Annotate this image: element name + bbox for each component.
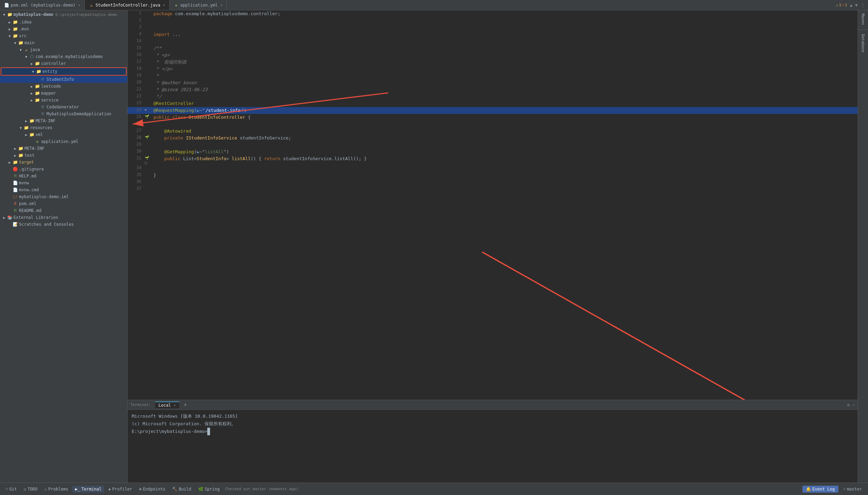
sidebar-item-applicationyml[interactable]: ◆ application.yml — [0, 138, 127, 145]
tab-application-close[interactable]: ✕ — [220, 3, 222, 7]
master-branch-button[interactable]: ⑂ master — [840, 486, 865, 493]
event-log-icon: 🔔 — [806, 487, 811, 492]
service-folder-icon: 📁 — [34, 97, 40, 103]
java-label: java — [30, 47, 40, 52]
expand-main-icon: ▼ — [12, 40, 18, 46]
mapper-folder-icon: 📁 — [34, 90, 40, 96]
scroll-up-btn[interactable]: ▲ — [850, 3, 852, 8]
controller-label: controller — [41, 61, 66, 66]
sidebar-item-service[interactable]: ▶ 📁 service — [0, 97, 127, 104]
target-folder-icon: 📁 — [12, 159, 18, 165]
expand-yml-icon — [29, 139, 34, 144]
sidebar-item-pom[interactable]: X pom.xml — [0, 200, 127, 207]
expand-service-icon: ▶ — [29, 97, 34, 103]
status-problems[interactable]: ⚠ Problems — [42, 486, 71, 493]
sidebar-item-scratches[interactable]: 📝 Scratches and Consoles — [0, 221, 127, 228]
tab-pom-close[interactable]: ✕ — [78, 3, 80, 7]
status-endpoints[interactable]: ⊕ Endpoints — [136, 486, 168, 493]
status-build[interactable]: 🔨 Build — [169, 486, 194, 493]
sidebar-item-entity[interactable]: ▼ 📁 entity — [1, 67, 127, 76]
terminal-line-1: Microsoft Windows [版本 10.0.19042.1165] — [132, 412, 854, 420]
sidebar-item-idea[interactable]: ▶ 📁 .idea — [0, 19, 127, 26]
terminal-local-close[interactable]: ✕ — [174, 403, 176, 407]
status-terminal[interactable]: ▶_ Terminal — [72, 486, 104, 493]
src-folder-icon: 📁 — [12, 33, 18, 39]
code-line-24: 24 ▶ @RequestMapping(☯~"/student-info") — [128, 107, 858, 114]
main-label: main — [24, 40, 34, 45]
tab-studentcontroller-close[interactable]: ✕ — [163, 3, 165, 7]
sidebar-item-xml[interactable]: ▶ 📁 xml — [0, 131, 127, 138]
code-editor[interactable]: 1 package com.example.mybatisplusdemo.co… — [128, 10, 858, 400]
sidebar-item-main[interactable]: ▼ 📁 main — [0, 39, 127, 46]
expand-idea-icon: ▶ — [7, 19, 12, 25]
terminal-minimize-icon[interactable]: — — [852, 402, 855, 407]
maven-label[interactable]: Maven — [859, 12, 867, 26]
expand-mvnw-icon — [7, 180, 12, 186]
target-label: target — [19, 160, 34, 165]
sidebar-item-src[interactable]: ▼ 📁 src — [0, 32, 127, 39]
sidebar-item-iml[interactable]: // mybatisplus-demo.iml — [0, 193, 127, 200]
sidebar-item-leetcode[interactable]: ▶ 📁 leetcode — [0, 83, 127, 90]
sidebar-item-resources[interactable]: ▼ 📁 resources — [0, 124, 127, 131]
meta-main-label: META-INF — [36, 118, 56, 123]
autowire-icon: 🌱 — [145, 135, 149, 139]
help-label: HELP.md — [19, 174, 37, 178]
readme-label: README.md — [19, 208, 41, 213]
sidebar-item-java[interactable]: ▼ ☕ java — [0, 46, 127, 53]
code-line-19: 19 * — [128, 72, 858, 79]
sidebar-item-ext-libs[interactable]: ▶ 📚 External Libraries — [0, 214, 127, 221]
expand-iml-icon — [7, 194, 12, 200]
sidebar-item-meta-inf-main[interactable]: ▶ 📁 META-INF — [0, 117, 127, 124]
mvnw-label: mvnw — [19, 181, 29, 185]
expand-mvnwcmd-icon — [7, 187, 12, 193]
sidebar-item-controller[interactable]: ▶ 📁 controller — [0, 60, 127, 67]
sidebar-item-appclass[interactable]: © MybatisplusDemoApplication — [0, 110, 127, 117]
sidebar-item-mvn[interactable]: ▶ 📁 .mvn — [0, 26, 127, 32]
code-line-26: 26 — [128, 121, 858, 128]
xml-folder-icon: 📁 — [29, 132, 34, 137]
appclass-label: MybatisplusDemoApplication — [47, 111, 111, 116]
sidebar-item-test[interactable]: ▶ 📁 test — [0, 152, 127, 159]
tab-application[interactable]: ◆ application.yml ✕ — [170, 0, 227, 10]
expand-app-icon — [34, 111, 40, 117]
java-folder-icon: ☕ — [23, 47, 29, 52]
tab-pom[interactable]: 📄 pom.xml (mybatisplus-demo) ✕ — [0, 0, 85, 10]
terminal-tab-add[interactable]: + — [181, 402, 190, 408]
terminal-settings-icon[interactable]: ⚙ — [847, 402, 850, 407]
sidebar-item-target[interactable]: ▶ 📁 target — [0, 159, 127, 166]
readme-icon: M — [12, 208, 18, 213]
sidebar-item-gitignore[interactable]: 🔴 .gitignore — [0, 166, 127, 173]
entity-folder-icon: 📁 — [36, 69, 41, 74]
bean-icon: 🌱 — [145, 115, 149, 118]
sidebar-item-meta-top[interactable]: ▶ 📁 META-INF — [0, 145, 127, 152]
yml-file-icon: ◆ — [34, 139, 40, 144]
sidebar-item-mvnw[interactable]: 📄 mvnw — [0, 179, 127, 186]
database-label[interactable]: Database — [859, 33, 867, 54]
sidebar-project-root[interactable]: ▼ 📁 mybatisplus-demo E:\project\mybatisp… — [0, 10, 127, 19]
settings-icon[interactable]: ⋮ — [860, 2, 865, 8]
branch-icon: ⑂ — [843, 487, 846, 492]
status-spring[interactable]: 🌿 Spring — [196, 486, 222, 493]
scroll-down-btn[interactable]: ▼ — [855, 3, 858, 8]
terminal-tab-local[interactable]: Local ✕ — [155, 401, 179, 408]
status-todo[interactable]: ☑ TODO — [21, 486, 40, 493]
sidebar-item-studentinfo[interactable]: © StudentInfo — [0, 76, 127, 83]
status-git[interactable]: ⑂ Git — [3, 486, 20, 493]
sidebar-item-help[interactable]: M HELP.md — [0, 173, 127, 179]
mvnw-icon: 📄 — [12, 180, 18, 186]
tab-studentcontroller[interactable]: ☕ StudentInfoController.java ✕ — [85, 0, 170, 10]
spring-icon: 🌿 — [198, 487, 203, 492]
src-label: src — [19, 33, 27, 38]
status-profiler[interactable]: ◈ Profiler — [106, 486, 135, 493]
sidebar-item-readme[interactable]: M README.md — [0, 207, 127, 214]
sidebar-item-package[interactable]: ▼ ⬡ com.example.mybatisplusdemo — [0, 53, 127, 60]
terminal-content[interactable]: Microsoft Windows [版本 10.0.19042.1165] (… — [128, 410, 858, 483]
project-name: mybatisplus-demo — [13, 12, 53, 17]
sidebar-item-mapper[interactable]: ▶ 📁 mapper — [0, 90, 127, 97]
main-folder-icon: 📁 — [18, 40, 23, 46]
sidebar-item-codegenerator[interactable]: © CodeGenerator — [0, 104, 127, 110]
right-side-panel: Maven Database — [858, 10, 868, 483]
sidebar-item-mvnwcmd[interactable]: 📄 mvnw.cmd — [0, 186, 127, 193]
mapper-label: mapper — [41, 91, 56, 96]
event-log-button[interactable]: 🔔 Event Log — [802, 486, 838, 493]
